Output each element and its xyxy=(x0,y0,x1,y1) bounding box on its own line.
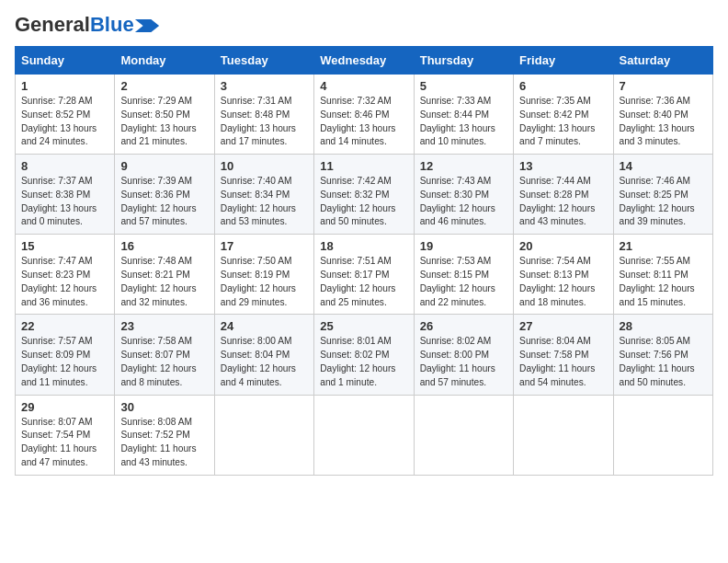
cell-info: Sunrise: 7:53 AMSunset: 8:15 PMDaylight:… xyxy=(420,255,507,309)
calendar-cell: 1Sunrise: 7:28 AMSunset: 8:52 PMDaylight… xyxy=(16,75,115,155)
day-number: 20 xyxy=(519,239,607,253)
calendar-cell: 8Sunrise: 7:37 AMSunset: 8:38 PMDaylight… xyxy=(16,155,115,235)
calendar-table: SundayMondayTuesdayWednesdayThursdayFrid… xyxy=(15,46,713,476)
calendar-cell: 22Sunrise: 7:57 AMSunset: 8:09 PMDayligh… xyxy=(16,315,115,395)
calendar-cell: 25Sunrise: 8:01 AMSunset: 8:02 PMDayligh… xyxy=(314,315,414,395)
day-number: 12 xyxy=(420,159,507,173)
svg-marker-0 xyxy=(135,19,159,32)
calendar-cell xyxy=(514,395,613,475)
day-number: 9 xyxy=(120,159,208,173)
calendar-body: 1Sunrise: 7:28 AMSunset: 8:52 PMDaylight… xyxy=(16,75,713,476)
calendar-cell: 3Sunrise: 7:31 AMSunset: 8:48 PMDaylight… xyxy=(214,75,313,155)
calendar-cell: 18Sunrise: 7:51 AMSunset: 8:17 PMDayligh… xyxy=(314,235,414,315)
cell-info: Sunrise: 7:46 AMSunset: 8:25 PMDaylight:… xyxy=(620,175,707,229)
day-number: 6 xyxy=(519,79,607,93)
page-header: GeneralBlue xyxy=(15,15,713,35)
day-number: 30 xyxy=(120,400,208,414)
cell-info: Sunrise: 7:29 AMSunset: 8:50 PMDaylight:… xyxy=(120,95,208,149)
day-number: 5 xyxy=(420,79,507,93)
calendar-cell: 23Sunrise: 7:58 AMSunset: 8:07 PMDayligh… xyxy=(115,315,214,395)
day-header-monday: Monday xyxy=(115,47,214,75)
cell-info: Sunrise: 7:55 AMSunset: 8:11 PMDaylight:… xyxy=(620,255,707,309)
calendar-cell xyxy=(613,395,712,475)
calendar-cell: 16Sunrise: 7:48 AMSunset: 8:21 PMDayligh… xyxy=(115,235,214,315)
day-number: 28 xyxy=(620,319,707,333)
day-number: 11 xyxy=(320,159,407,173)
cell-info: Sunrise: 8:08 AMSunset: 7:52 PMDaylight:… xyxy=(120,416,208,470)
day-number: 21 xyxy=(620,239,707,253)
cell-info: Sunrise: 7:39 AMSunset: 8:36 PMDaylight:… xyxy=(120,175,208,229)
logo-text: GeneralBlue xyxy=(15,15,134,35)
cell-info: Sunrise: 7:50 AMSunset: 8:19 PMDaylight:… xyxy=(221,255,308,309)
day-number: 7 xyxy=(620,79,707,93)
cell-info: Sunrise: 7:44 AMSunset: 8:28 PMDaylight:… xyxy=(519,175,607,229)
calendar-cell: 12Sunrise: 7:43 AMSunset: 8:30 PMDayligh… xyxy=(414,155,513,235)
day-number: 2 xyxy=(120,79,208,93)
day-header-thursday: Thursday xyxy=(414,47,513,75)
calendar-cell: 24Sunrise: 8:00 AMSunset: 8:04 PMDayligh… xyxy=(214,315,313,395)
cell-info: Sunrise: 8:00 AMSunset: 8:04 PMDaylight:… xyxy=(221,335,308,389)
day-number: 22 xyxy=(21,319,108,333)
cell-info: Sunrise: 7:37 AMSunset: 8:38 PMDaylight:… xyxy=(21,175,108,229)
day-number: 19 xyxy=(420,239,507,253)
calendar-week-row: 8Sunrise: 7:37 AMSunset: 8:38 PMDaylight… xyxy=(16,155,713,235)
calendar-header-row: SundayMondayTuesdayWednesdayThursdayFrid… xyxy=(16,47,713,75)
cell-info: Sunrise: 8:04 AMSunset: 7:58 PMDaylight:… xyxy=(519,335,607,389)
day-number: 23 xyxy=(120,319,208,333)
calendar-cell: 19Sunrise: 7:53 AMSunset: 8:15 PMDayligh… xyxy=(414,235,513,315)
calendar-cell xyxy=(314,395,414,475)
calendar-cell: 15Sunrise: 7:47 AMSunset: 8:23 PMDayligh… xyxy=(16,235,115,315)
cell-info: Sunrise: 7:32 AMSunset: 8:46 PMDaylight:… xyxy=(320,95,407,149)
calendar-cell: 4Sunrise: 7:32 AMSunset: 8:46 PMDaylight… xyxy=(314,75,414,155)
cell-info: Sunrise: 7:58 AMSunset: 8:07 PMDaylight:… xyxy=(120,335,208,389)
calendar-cell: 17Sunrise: 7:50 AMSunset: 8:19 PMDayligh… xyxy=(214,235,313,315)
calendar-week-row: 15Sunrise: 7:47 AMSunset: 8:23 PMDayligh… xyxy=(16,235,713,315)
calendar-week-row: 29Sunrise: 8:07 AMSunset: 7:54 PMDayligh… xyxy=(16,395,713,475)
cell-info: Sunrise: 7:42 AMSunset: 8:32 PMDaylight:… xyxy=(320,175,407,229)
cell-info: Sunrise: 7:33 AMSunset: 8:44 PMDaylight:… xyxy=(420,95,507,149)
cell-info: Sunrise: 7:57 AMSunset: 8:09 PMDaylight:… xyxy=(21,335,108,389)
calendar-cell: 26Sunrise: 8:02 AMSunset: 8:00 PMDayligh… xyxy=(414,315,513,395)
day-number: 15 xyxy=(21,239,108,253)
day-number: 18 xyxy=(320,239,407,253)
calendar-cell: 2Sunrise: 7:29 AMSunset: 8:50 PMDaylight… xyxy=(115,75,214,155)
day-header-saturday: Saturday xyxy=(613,47,712,75)
cell-info: Sunrise: 8:01 AMSunset: 8:02 PMDaylight:… xyxy=(320,335,407,389)
calendar-cell: 30Sunrise: 8:08 AMSunset: 7:52 PMDayligh… xyxy=(115,395,214,475)
cell-info: Sunrise: 8:02 AMSunset: 8:00 PMDaylight:… xyxy=(420,335,507,389)
cell-info: Sunrise: 8:05 AMSunset: 7:56 PMDaylight:… xyxy=(620,335,707,389)
cell-info: Sunrise: 7:28 AMSunset: 8:52 PMDaylight:… xyxy=(21,95,108,149)
day-number: 8 xyxy=(21,159,108,173)
calendar-cell: 14Sunrise: 7:46 AMSunset: 8:25 PMDayligh… xyxy=(613,155,712,235)
calendar-cell: 5Sunrise: 7:33 AMSunset: 8:44 PMDaylight… xyxy=(414,75,513,155)
day-number: 1 xyxy=(21,79,108,93)
day-number: 3 xyxy=(221,79,308,93)
calendar-cell: 29Sunrise: 8:07 AMSunset: 7:54 PMDayligh… xyxy=(16,395,115,475)
cell-info: Sunrise: 7:43 AMSunset: 8:30 PMDaylight:… xyxy=(420,175,507,229)
day-header-friday: Friday xyxy=(514,47,613,75)
cell-info: Sunrise: 7:54 AMSunset: 8:13 PMDaylight:… xyxy=(519,255,607,309)
logo-icon xyxy=(134,19,160,32)
calendar-week-row: 1Sunrise: 7:28 AMSunset: 8:52 PMDaylight… xyxy=(16,75,713,155)
cell-info: Sunrise: 7:40 AMSunset: 8:34 PMDaylight:… xyxy=(221,175,308,229)
day-number: 25 xyxy=(320,319,407,333)
cell-info: Sunrise: 8:07 AMSunset: 7:54 PMDaylight:… xyxy=(21,416,108,470)
day-number: 13 xyxy=(519,159,607,173)
calendar-cell xyxy=(214,395,313,475)
day-header-tuesday: Tuesday xyxy=(214,47,313,75)
calendar-cell: 10Sunrise: 7:40 AMSunset: 8:34 PMDayligh… xyxy=(214,155,313,235)
calendar-week-row: 22Sunrise: 7:57 AMSunset: 8:09 PMDayligh… xyxy=(16,315,713,395)
day-number: 27 xyxy=(519,319,607,333)
day-number: 16 xyxy=(120,239,208,253)
calendar-cell: 20Sunrise: 7:54 AMSunset: 8:13 PMDayligh… xyxy=(514,235,613,315)
day-number: 4 xyxy=(320,79,407,93)
day-number: 10 xyxy=(221,159,308,173)
day-number: 29 xyxy=(21,400,108,414)
cell-info: Sunrise: 7:31 AMSunset: 8:48 PMDaylight:… xyxy=(221,95,308,149)
calendar-cell: 21Sunrise: 7:55 AMSunset: 8:11 PMDayligh… xyxy=(613,235,712,315)
calendar-cell: 13Sunrise: 7:44 AMSunset: 8:28 PMDayligh… xyxy=(514,155,613,235)
calendar-cell: 7Sunrise: 7:36 AMSunset: 8:40 PMDaylight… xyxy=(613,75,712,155)
cell-info: Sunrise: 7:47 AMSunset: 8:23 PMDaylight:… xyxy=(21,255,108,309)
day-number: 14 xyxy=(620,159,707,173)
cell-info: Sunrise: 7:35 AMSunset: 8:42 PMDaylight:… xyxy=(519,95,607,149)
